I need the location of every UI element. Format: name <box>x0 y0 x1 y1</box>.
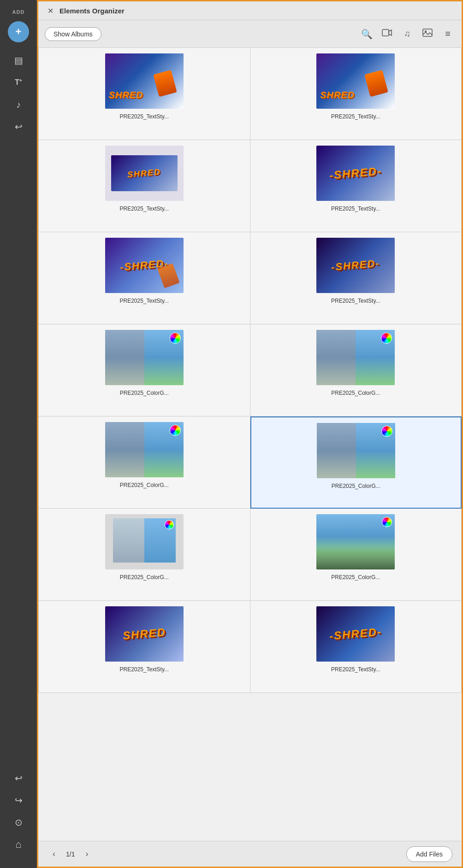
thumbnail-10 <box>317 423 395 478</box>
grid-cell-7[interactable]: PRE2025_ColorG... <box>39 324 250 416</box>
grid-cell-12[interactable]: PRE2025_ColorG... <box>250 509 462 601</box>
pagination: ‹ 1/1 › <box>47 848 93 861</box>
cell-label-1: PRE2025_TextSty... <box>44 113 244 120</box>
grid-cell-9[interactable]: PRE2025_ColorG... <box>39 416 250 509</box>
home-icon-btn[interactable]: ⌂ <box>9 835 28 854</box>
cell-label-6: PRE2025_TextSty... <box>256 298 456 304</box>
menu-button[interactable]: ≡ <box>440 27 455 41</box>
prev-icon: ‹ <box>53 849 55 859</box>
thumbnail-8 <box>316 330 395 385</box>
cell-label-3: PRE2025_TextSty... <box>44 205 244 212</box>
thumbnail-9 <box>105 422 184 477</box>
search-button[interactable]: 🔍 <box>359 27 374 41</box>
grid-cell-10[interactable]: PRE2025_ColorG... <box>250 416 462 509</box>
text-icon-btn[interactable]: T+ <box>9 73 28 92</box>
thumbnail-12 <box>316 514 395 569</box>
text-icon: T+ <box>15 78 22 87</box>
media-grid-area[interactable]: SHREDPRE2025_TextSty...SHREDPRE2025_Text… <box>38 48 462 841</box>
thumbnail-14: -SHRED- <box>316 606 395 662</box>
cell-label-9: PRE2025_ColorG... <box>44 482 244 488</box>
thumbnail-13: SHRED <box>105 606 184 662</box>
footer: ‹ 1/1 › Add Files <box>38 841 462 867</box>
cell-label-13: PRE2025_TextSty... <box>44 666 244 673</box>
next-icon: › <box>85 849 88 859</box>
grid-cell-14[interactable]: -SHRED-PRE2025_TextSty... <box>250 601 462 693</box>
music-icon: ♪ <box>16 100 21 110</box>
cell-label-12: PRE2025_ColorG... <box>256 574 456 581</box>
image-filter-button[interactable] <box>420 27 435 41</box>
thumbnail-1: SHRED <box>105 53 184 109</box>
media-grid: SHREDPRE2025_TextSty...SHREDPRE2025_Text… <box>38 48 462 693</box>
cell-label-5: PRE2025_TextSty... <box>44 298 244 304</box>
menu-icon: ≡ <box>445 29 451 39</box>
cell-label-7: PRE2025_ColorG... <box>44 390 244 396</box>
add-label: ADD <box>12 9 25 15</box>
grid-cell-11[interactable]: PRE2025_ColorG... <box>39 509 250 601</box>
home-icon: ⌂ <box>15 839 21 850</box>
toolbar: Show Albums 🔍 ♫ ≡ <box>38 20 462 48</box>
camera-icon-btn[interactable]: ⊙ <box>9 813 28 832</box>
undo2-icon-btn[interactable]: ↩ <box>9 768 28 788</box>
redo-icon-btn[interactable]: ↪ <box>9 791 28 810</box>
thumbnail-4: -SHRED- <box>316 146 395 201</box>
next-page-button[interactable]: › <box>80 848 93 861</box>
sidebar: ADD + ▤ T+ ♪ ↩ ↩ ↪ ⊙ ⌂ <box>0 0 37 868</box>
window-title: Elements Organizer <box>59 7 455 15</box>
camera-icon: ⊙ <box>15 817 23 828</box>
undo-icon: ↩ <box>15 121 23 132</box>
prev-page-button[interactable]: ‹ <box>47 848 60 861</box>
page-indicator: 1/1 <box>66 850 75 858</box>
svg-marker-1 <box>389 30 392 35</box>
grid-cell-6[interactable]: -SHRED-PRE2025_TextSty... <box>250 232 462 324</box>
image-icon <box>422 29 433 39</box>
video-icon <box>382 29 392 39</box>
grid-cell-2[interactable]: SHREDPRE2025_TextSty... <box>250 48 462 140</box>
plus-icon: + <box>16 26 22 38</box>
cell-label-10: PRE2025_ColorG... <box>257 483 456 489</box>
show-albums-button[interactable]: Show Albums <box>45 27 101 41</box>
undo2-icon: ↩ <box>15 773 23 784</box>
grid-cell-5[interactable]: -SHRED-PRE2025_TextSty... <box>39 232 250 324</box>
add-files-button[interactable]: Add Files <box>406 846 452 862</box>
title-bar: ✕ Elements Organizer <box>38 1 462 20</box>
layers-icon: ▤ <box>14 55 23 66</box>
grid-cell-3[interactable]: SHREDPRE2025_TextSty... <box>39 140 250 232</box>
thumbnail-3: SHRED <box>105 146 184 201</box>
thumbnail-11 <box>105 514 184 569</box>
grid-cell-13[interactable]: SHREDPRE2025_TextSty... <box>39 601 250 693</box>
music-filter-button[interactable]: ♫ <box>400 27 415 41</box>
svg-rect-2 <box>423 29 432 36</box>
music-filter-icon: ♫ <box>404 29 410 39</box>
cell-label-8: PRE2025_ColorG... <box>256 390 456 396</box>
grid-cell-4[interactable]: -SHRED-PRE2025_TextSty... <box>250 140 462 232</box>
close-button[interactable]: ✕ <box>45 5 56 16</box>
add-button[interactable]: + <box>8 21 29 42</box>
close-icon: ✕ <box>47 6 53 15</box>
cell-label-11: PRE2025_ColorG... <box>44 574 244 581</box>
video-filter-button[interactable] <box>380 27 394 41</box>
grid-cell-1[interactable]: SHREDPRE2025_TextSty... <box>39 48 250 140</box>
cell-label-2: PRE2025_TextSty... <box>256 113 456 120</box>
svg-rect-0 <box>382 29 389 36</box>
redo-icon: ↪ <box>15 795 23 806</box>
music-icon-btn[interactable]: ♪ <box>9 95 28 114</box>
thumbnail-6: -SHRED- <box>316 238 395 293</box>
grid-cell-8[interactable]: PRE2025_ColorG... <box>250 324 462 416</box>
thumbnail-7 <box>105 330 184 385</box>
main-panel: ✕ Elements Organizer Show Albums 🔍 ♫ ≡ <box>37 0 463 868</box>
search-icon: 🔍 <box>361 29 373 40</box>
undo-icon-btn[interactable]: ↩ <box>9 117 28 136</box>
thumbnail-5: -SHRED- <box>105 238 184 293</box>
thumbnail-2: SHRED <box>316 53 395 109</box>
layers-icon-btn[interactable]: ▤ <box>9 51 28 70</box>
cell-label-14: PRE2025_TextSty... <box>256 666 456 673</box>
cell-label-4: PRE2025_TextSty... <box>256 205 456 212</box>
